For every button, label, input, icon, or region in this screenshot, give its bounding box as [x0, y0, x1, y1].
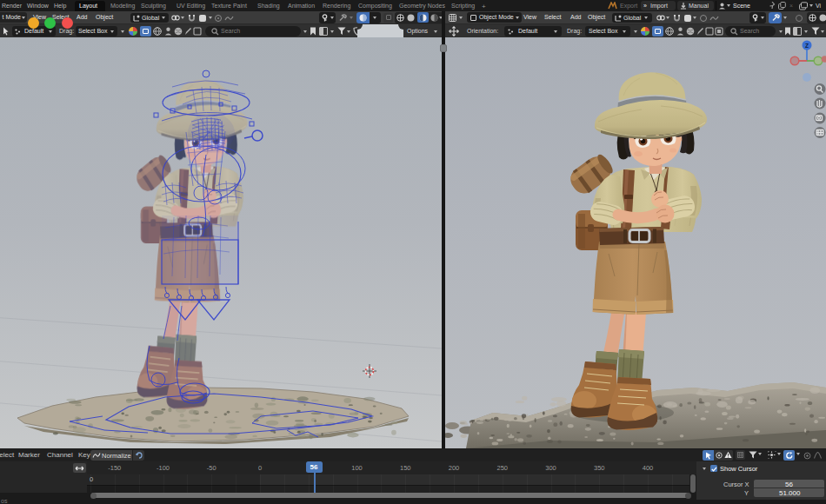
- svg-text:Z: Z: [805, 43, 809, 49]
